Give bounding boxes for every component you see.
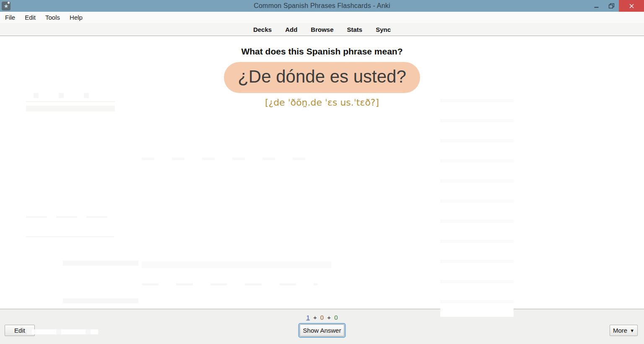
restore-icon (609, 3, 614, 8)
bottom-bar: 1 + 0 + 0 Edit Show Answer More ▼ (0, 309, 644, 344)
close-icon (629, 4, 634, 8)
more-button-label: More (613, 327, 627, 334)
card-question: What does this Spanish phrase mean? (241, 47, 402, 57)
title-bar: ★ Common Spanish Phrases Flashcards - An… (0, 0, 644, 12)
star-icon: ★ (4, 3, 9, 9)
review-count: 0 (334, 314, 338, 321)
nav-add[interactable]: Add (285, 26, 297, 33)
edit-button[interactable]: Edit (5, 325, 35, 336)
plus-separator: + (313, 314, 317, 321)
menu-file[interactable]: File (5, 14, 15, 21)
menu-tools[interactable]: Tools (45, 14, 60, 21)
learning-count: 0 (320, 314, 324, 321)
phrase-highlight: ¿De dónde es usted? (224, 62, 420, 93)
card-area: What does this Spanish phrase mean? ¿De … (0, 36, 644, 309)
nav-bar: Decks Add Browse Stats Sync (0, 23, 644, 36)
more-button[interactable]: More ▼ (610, 325, 638, 336)
close-button[interactable] (619, 0, 644, 12)
nav-sync[interactable]: Sync (376, 26, 391, 33)
window-controls (589, 0, 644, 12)
new-count: 1 (306, 314, 309, 321)
app-icon-dot (8, 2, 10, 4)
show-answer-button[interactable]: Show Answer (300, 324, 345, 336)
menu-help[interactable]: Help (70, 14, 83, 21)
minimize-button[interactable] (589, 0, 604, 12)
minimize-icon (594, 4, 599, 8)
anki-app-icon: ★ (2, 1, 10, 10)
restore-button[interactable] (604, 0, 619, 12)
plus-separator: + (327, 314, 331, 321)
phonetic-transcription: [¿de ˈðõn̪.de ˈɛs us.ˈtɛð?] (265, 97, 379, 108)
menu-bar: File Edit Tools Help (0, 12, 644, 23)
nav-stats[interactable]: Stats (347, 26, 363, 33)
nav-browse[interactable]: Browse (311, 26, 333, 33)
menu-edit[interactable]: Edit (25, 14, 36, 21)
spanish-phrase: ¿De dónde es usted? (238, 67, 406, 86)
due-counts: 1 + 0 + 0 (0, 314, 644, 321)
window-title: Common Spanish Phrases Flashcards - Anki (0, 2, 644, 10)
dropdown-arrow-icon: ▼ (630, 328, 634, 333)
nav-decks[interactable]: Decks (253, 26, 272, 33)
